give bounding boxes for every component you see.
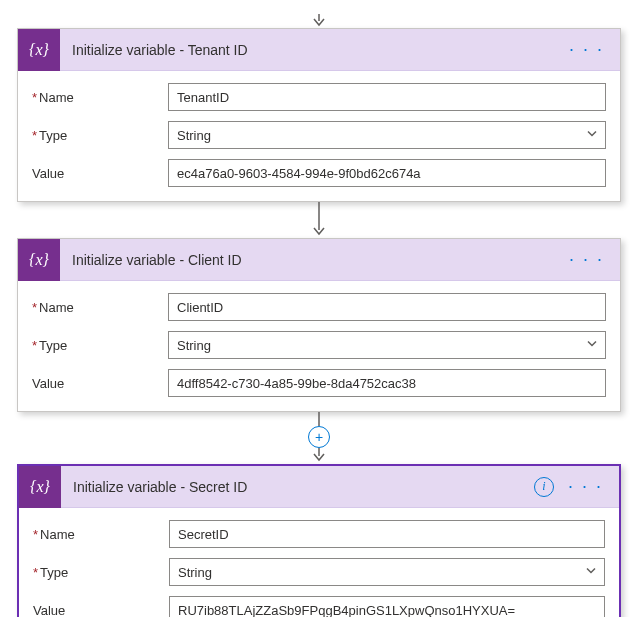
flow-designer: {x} Initialize variable - Tenant ID · · … — [14, 14, 624, 617]
field-row-name: *Name — [33, 520, 605, 548]
field-label: *Type — [33, 565, 169, 580]
name-input[interactable] — [168, 83, 606, 111]
info-icon[interactable]: i — [534, 477, 554, 497]
type-select[interactable] — [168, 331, 606, 359]
value-input[interactable] — [169, 596, 605, 617]
field-row-type: *Type — [33, 558, 605, 586]
card-header[interactable]: {x} Initialize variable - Secret ID i · … — [19, 466, 619, 508]
card-body: *Name *Type Value Add dynamic content + — [19, 508, 619, 617]
field-label: *Type — [32, 338, 168, 353]
action-card-client-id[interactable]: {x} Initialize variable - Client ID · · … — [17, 238, 621, 412]
field-row-value: Value — [32, 159, 606, 187]
type-select[interactable] — [169, 558, 605, 586]
field-row-type: *Type — [32, 121, 606, 149]
more-icon[interactable]: · · · — [562, 472, 609, 501]
field-row-type: *Type — [32, 331, 606, 359]
field-row-name: *Name — [32, 83, 606, 111]
field-label: *Name — [32, 90, 168, 105]
name-input[interactable] — [168, 293, 606, 321]
name-input[interactable] — [169, 520, 605, 548]
action-card-secret-id[interactable]: {x} Initialize variable - Secret ID i · … — [17, 464, 621, 617]
type-select[interactable] — [168, 121, 606, 149]
card-body: *Name *Type Value — [18, 281, 620, 411]
more-icon[interactable]: · · · — [563, 35, 610, 64]
field-label: *Type — [32, 128, 168, 143]
add-action-button[interactable]: + — [308, 426, 330, 448]
field-row-name: *Name — [32, 293, 606, 321]
field-label: *Name — [32, 300, 168, 315]
action-card-tenant-id[interactable]: {x} Initialize variable - Tenant ID · · … — [17, 28, 621, 202]
more-icon[interactable]: · · · — [563, 245, 610, 274]
flow-connector — [309, 14, 329, 28]
card-header[interactable]: {x} Initialize variable - Client ID · · … — [18, 239, 620, 281]
card-body: *Name *Type Value — [18, 71, 620, 201]
value-input[interactable] — [168, 369, 606, 397]
field-row-value: Value — [32, 369, 606, 397]
field-row-value: Value — [33, 596, 605, 617]
flow-connector — [309, 202, 329, 238]
field-label: Value — [32, 166, 168, 181]
field-label: Value — [33, 603, 169, 618]
card-title: Initialize variable - Secret ID — [61, 479, 534, 495]
card-title: Initialize variable - Client ID — [60, 252, 563, 268]
field-label: Value — [32, 376, 168, 391]
card-header[interactable]: {x} Initialize variable - Tenant ID · · … — [18, 29, 620, 71]
flow-connector-with-add: + — [308, 412, 330, 464]
field-label: *Name — [33, 527, 169, 542]
variable-icon: {x} — [18, 29, 60, 71]
card-title: Initialize variable - Tenant ID — [60, 42, 563, 58]
variable-icon: {x} — [18, 239, 60, 281]
variable-icon: {x} — [19, 466, 61, 508]
value-input[interactable] — [168, 159, 606, 187]
